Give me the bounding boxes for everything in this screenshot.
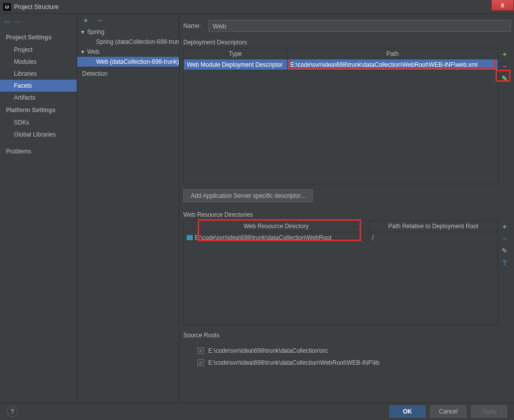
add-server-descriptor-button[interactable]: Add Application Server specific descript… [183,189,313,202]
cancel-button[interactable]: Cancel [430,406,466,418]
dd-remove-button[interactable]: − [500,62,509,71]
wrd-remove-button[interactable]: − [500,234,509,243]
tree-node-web-module[interactable]: Web (dataCollection-698-trunk) [77,57,179,67]
ok-button[interactable]: OK [389,406,425,418]
tree-label-spring: Spring [87,28,105,35]
source-root-path: E:\code\svn\idea\698\trunk\dataCollectio… [208,347,328,354]
wrd-rel-header: Path Relative to Deployment Root [369,221,498,232]
dd-row[interactable]: Web Module Deployment Descriptor E:\code… [184,59,498,70]
dd-toolbar: + − ✎ [498,48,511,184]
sidebar-item-global-libraries[interactable]: Global Libraries [0,129,77,140]
wrd-rel-cell: / [369,232,498,243]
window-title: Project Structure [14,3,58,10]
facet-name-input[interactable] [208,20,511,32]
dd-type-header: Type [184,48,287,59]
web-resource-dirs-table[interactable]: Web Resource Directory Path Relative to … [183,220,498,325]
tree-node-spring[interactable]: ▾ Spring [77,27,179,37]
sidebar-item-artifacts[interactable]: Artifacts [0,92,77,104]
tree-node-web[interactable]: ▾ Web [77,47,179,57]
wrd-dir-cell: E:\code\svn\idea\698\trunk\dataCollectio… [184,232,369,243]
sidebar-item-sdks[interactable]: SDKs [0,117,77,129]
source-root-item[interactable]: ✓ E:\code\svn\idea\698\trunk\dataCollect… [197,357,497,369]
web-resource-dirs-label: Web Resource Directories [183,211,511,218]
checkbox-checked-icon[interactable]: ✓ [197,347,204,354]
dd-path-header: Path [287,48,498,59]
wrd-dir-header: Web Resource Directory [184,221,369,232]
settings-sidebar: ⇦ ⇨ Project Settings Project Modules Lib… [0,14,77,403]
sidebar-item-libraries[interactable]: Libraries [0,68,77,80]
checkbox-checked-icon[interactable]: ✓ [197,359,204,366]
deployment-descriptors-table[interactable]: Type Path Web Module Deployment Descript… [183,48,498,184]
add-facet-button[interactable]: + [81,16,90,25]
sidebar-item-project[interactable]: Project [0,44,77,56]
source-root-item[interactable]: ✓ E:\code\svn\idea\698\trunk\dataCollect… [197,345,497,357]
source-roots-label: Source Roots [183,332,511,339]
facet-config-panel: Name: Deployment Descriptors Type Path W… [179,14,514,403]
tree-label-web-module: Web (dataCollection-698-trunk) [96,58,179,65]
dd-edit-button[interactable]: ✎ [500,74,509,83]
wrd-help-button[interactable]: ? [500,258,509,267]
sidebar-item-problems[interactable]: Problems [0,145,77,157]
platform-settings-heading: Platform Settings [0,104,77,117]
chevron-down-icon: ▾ [80,28,85,35]
facets-tree-panel: + − ▾ Spring Spring (dataCollection-698-… [77,14,179,403]
wrd-edit-button[interactable]: ✎ [500,246,509,255]
name-label: Name: [183,22,208,29]
help-button[interactable]: ? [7,406,18,417]
dd-path-cell: E:\code\svn\idea\698\trunk\dataCollectio… [287,59,498,70]
wrd-add-button[interactable]: + [500,222,509,231]
nav-back-icon[interactable]: ⇦ [4,18,10,26]
detection-link[interactable]: Detection [77,67,179,80]
titlebar: IJ Project Structure X [0,0,514,14]
app-icon: IJ [3,3,11,11]
deployment-descriptors-label: Deployment Descriptors [183,39,511,46]
source-root-path: E:\code\svn\idea\698\trunk\dataCollectio… [208,359,380,366]
nav-forward-icon: ⇨ [15,18,21,26]
tree-node-spring-module[interactable]: Spring (dataCollection-698-trunk) [77,37,179,47]
remove-facet-button[interactable]: − [95,16,104,25]
dialog-footer: ? OK Cancel Apply [0,403,514,420]
project-settings-heading: Project Settings [0,31,77,44]
folder-icon [187,235,193,240]
apply-button[interactable]: Apply [471,406,507,418]
chevron-down-icon: ▾ [80,48,85,55]
tree-label-web: Web [87,48,99,55]
sidebar-item-facets[interactable]: Facets [0,80,77,92]
sidebar-item-modules[interactable]: Modules [0,56,77,68]
wrd-toolbar: + − ✎ ? [498,220,511,325]
window-close-button[interactable]: X [491,0,514,11]
tree-label-spring-module: Spring (dataCollection-698-trunk) [96,38,179,45]
wrd-row[interactable]: E:\code\svn\idea\698\trunk\dataCollectio… [184,232,498,243]
dd-type-cell: Web Module Deployment Descriptor [184,59,287,70]
dd-add-button[interactable]: + [500,50,509,59]
